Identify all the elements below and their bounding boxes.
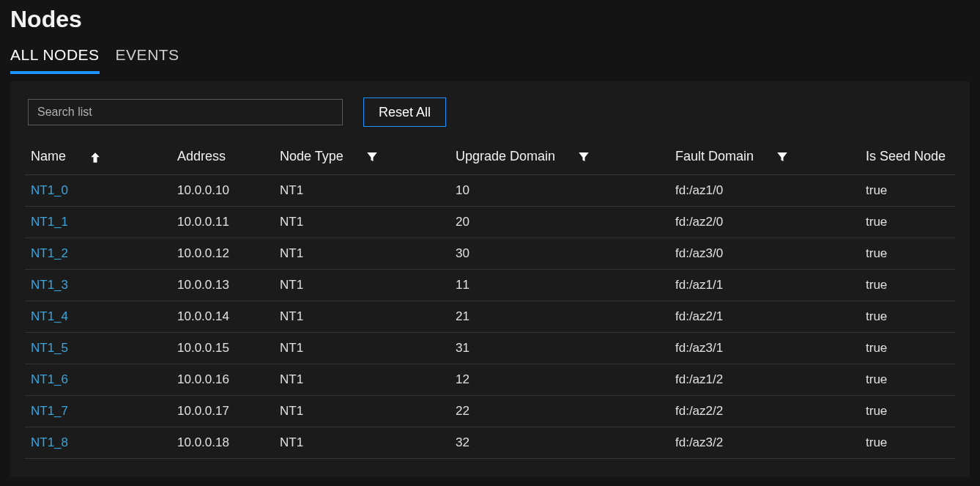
table-row: NT1_510.0.0.15NT131fd:/az3/1true (25, 333, 955, 364)
node-fault-domain: fd:/az2/0 (669, 207, 860, 238)
node-name-link[interactable]: NT1_0 (31, 183, 68, 197)
node-fault-domain: fd:/az3/2 (669, 427, 860, 459)
node-type: NT1 (274, 364, 450, 396)
node-address: 10.0.0.16 (171, 364, 274, 396)
node-upgrade-domain: 10 (450, 175, 669, 207)
sort-ascending-icon[interactable] (88, 150, 101, 163)
node-name-link[interactable]: NT1_2 (31, 246, 68, 260)
node-upgrade-domain: 31 (450, 333, 669, 364)
node-fault-domain: fd:/az3/0 (669, 238, 860, 270)
toolbar: Reset All (25, 97, 955, 127)
column-label-node-type: Node Type (280, 149, 344, 164)
node-is-seed: true (860, 333, 955, 364)
tabs: ALL NODES EVENTS (0, 43, 980, 74)
node-name-link[interactable]: NT1_6 (31, 372, 68, 386)
search-input[interactable] (28, 99, 343, 125)
table-row: NT1_610.0.0.16NT112fd:/az1/2true (25, 364, 955, 396)
filter-icon[interactable] (577, 150, 590, 163)
node-type: NT1 (274, 238, 450, 270)
page-title: Nodes (0, 0, 980, 43)
node-fault-domain: fd:/az3/1 (669, 333, 860, 364)
node-upgrade-domain: 11 (450, 270, 669, 301)
node-address: 10.0.0.10 (171, 175, 274, 207)
column-header-is-seed-node[interactable]: Is Seed Node (860, 143, 955, 175)
column-label-fault-domain: Fault Domain (675, 149, 754, 164)
node-fault-domain: fd:/az1/0 (669, 175, 860, 207)
node-name-link[interactable]: NT1_7 (31, 404, 68, 418)
node-type: NT1 (274, 333, 450, 364)
panel: Reset All Name Address Node (10, 81, 970, 477)
column-header-address[interactable]: Address (171, 143, 274, 175)
node-name-link[interactable]: NT1_3 (31, 278, 68, 292)
column-header-node-type[interactable]: Node Type (274, 143, 450, 175)
node-type: NT1 (274, 270, 450, 301)
node-name-link[interactable]: NT1_4 (31, 309, 68, 323)
table-row: NT1_010.0.0.10NT110fd:/az1/0true (25, 175, 955, 207)
node-upgrade-domain: 12 (450, 364, 669, 396)
column-label-name: Name (31, 149, 66, 164)
column-header-fault-domain[interactable]: Fault Domain (669, 143, 860, 175)
node-is-seed: true (860, 207, 955, 238)
table-row: NT1_210.0.0.12NT130fd:/az3/0true (25, 238, 955, 270)
node-address: 10.0.0.15 (171, 333, 274, 364)
node-upgrade-domain: 32 (450, 427, 669, 459)
node-type: NT1 (274, 396, 450, 427)
node-is-seed: true (860, 301, 955, 333)
node-fault-domain: fd:/az2/1 (669, 301, 860, 333)
filter-icon[interactable] (776, 150, 789, 163)
node-address: 10.0.0.17 (171, 396, 274, 427)
table-row: NT1_410.0.0.14NT121fd:/az2/1true (25, 301, 955, 333)
node-upgrade-domain: 21 (450, 301, 669, 333)
node-address: 10.0.0.11 (171, 207, 274, 238)
node-is-seed: true (860, 364, 955, 396)
column-label-upgrade-domain: Upgrade Domain (456, 149, 555, 164)
node-is-seed: true (860, 175, 955, 207)
node-fault-domain: fd:/az1/1 (669, 270, 860, 301)
node-type: NT1 (274, 207, 450, 238)
node-is-seed: true (860, 396, 955, 427)
node-type: NT1 (274, 301, 450, 333)
reset-all-button[interactable]: Reset All (363, 97, 446, 127)
column-label-is-seed-node: Is Seed Node (866, 149, 946, 163)
node-upgrade-domain: 30 (450, 238, 669, 270)
table-row: NT1_110.0.0.11NT120fd:/az2/0true (25, 207, 955, 238)
column-header-name[interactable]: Name (25, 143, 171, 175)
table-row: NT1_310.0.0.13NT111fd:/az1/1true (25, 270, 955, 301)
table-row: NT1_810.0.0.18NT132fd:/az3/2true (25, 427, 955, 459)
node-is-seed: true (860, 427, 955, 459)
node-upgrade-domain: 20 (450, 207, 669, 238)
node-type: NT1 (274, 427, 450, 459)
column-header-upgrade-domain[interactable]: Upgrade Domain (450, 143, 669, 175)
node-name-link[interactable]: NT1_8 (31, 435, 68, 449)
node-is-seed: true (860, 270, 955, 301)
table-row: NT1_710.0.0.17NT122fd:/az2/2true (25, 396, 955, 427)
node-address: 10.0.0.12 (171, 238, 274, 270)
node-address: 10.0.0.13 (171, 270, 274, 301)
node-type: NT1 (274, 175, 450, 207)
node-fault-domain: fd:/az2/2 (669, 396, 860, 427)
node-is-seed: true (860, 238, 955, 270)
node-address: 10.0.0.14 (171, 301, 274, 333)
nodes-table: Name Address Node Type (25, 143, 955, 459)
node-name-link[interactable]: NT1_5 (31, 341, 68, 355)
node-address: 10.0.0.18 (171, 427, 274, 459)
tab-all-nodes[interactable]: ALL NODES (10, 43, 100, 74)
node-name-link[interactable]: NT1_1 (31, 215, 68, 229)
filter-icon[interactable] (365, 150, 379, 163)
tab-events[interactable]: EVENTS (116, 43, 179, 74)
column-label-address: Address (177, 149, 226, 163)
node-fault-domain: fd:/az1/2 (669, 364, 860, 396)
node-upgrade-domain: 22 (450, 396, 669, 427)
